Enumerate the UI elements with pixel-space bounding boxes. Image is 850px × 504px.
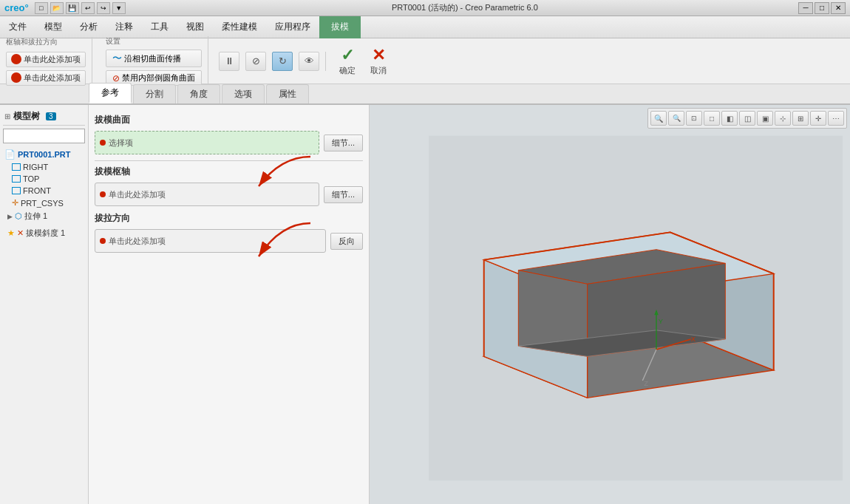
menu-file[interactable]: 文件 bbox=[0, 16, 35, 38]
undo-btn[interactable]: ↩ bbox=[81, 2, 95, 14]
svg-text:Y: Y bbox=[659, 318, 664, 325]
vp-section-btn[interactable]: ◧ bbox=[721, 111, 738, 126]
stop-btn[interactable]: ⊘ bbox=[245, 52, 266, 71]
surface-detail-btn[interactable]: 细节... bbox=[324, 134, 363, 151]
front-plane-icon bbox=[12, 187, 21, 194]
vp-view-btn[interactable]: □ bbox=[704, 111, 720, 126]
root-label: PRT0001.PRT bbox=[18, 150, 71, 159]
expand-icon: ▶ bbox=[7, 213, 13, 220]
vp-zoom-fit-btn[interactable]: ⊡ bbox=[686, 111, 702, 126]
menu-analysis[interactable]: 分析 bbox=[71, 16, 106, 38]
sidebar: ⊞ 模型树 3 📄 PRT0001.PRT RIGHT TOP FRONT ✛ … bbox=[0, 105, 89, 504]
maximize-btn[interactable]: □ bbox=[815, 2, 829, 14]
redo-btn[interactable]: ↪ bbox=[97, 2, 110, 14]
draft-axis-title: 拔模枢轴 bbox=[95, 166, 363, 178]
axis-dot-icon bbox=[100, 191, 106, 197]
vp-zoom-in-btn[interactable]: 🔍 bbox=[650, 111, 667, 126]
confirm-pair: ✓ 确定 bbox=[339, 46, 356, 76]
vp-perspective-btn[interactable]: ⊹ bbox=[775, 111, 791, 126]
reverse-btn[interactable]: 反向 bbox=[330, 233, 363, 250]
main-area: ⊞ 模型树 3 📄 PRT0001.PRT RIGHT TOP FRONT ✛ … bbox=[0, 105, 850, 504]
top-plane-icon bbox=[12, 175, 21, 183]
axis-detail-btn[interactable]: 细节... bbox=[324, 186, 363, 203]
confirm-btn[interactable]: ✓ bbox=[341, 46, 354, 65]
tab-split[interactable]: 分割 bbox=[133, 84, 176, 103]
draft-axis-row: 单击此处添加项 细节... bbox=[95, 183, 363, 206]
menu-flexible-modeling[interactable]: 柔性建模 bbox=[213, 16, 266, 38]
minimize-btn[interactable]: ─ bbox=[798, 2, 813, 14]
model-tree-label: 模型树 bbox=[13, 110, 40, 123]
toolbar-mid-controls: ⏸ ⊘ ↻ 👁 bbox=[213, 52, 326, 71]
add-item-btn-1[interactable]: 单击此处添加项 bbox=[6, 52, 86, 67]
red-dot-icon-2 bbox=[11, 72, 21, 83]
app-logo: creo° bbox=[4, 2, 29, 13]
csys-label: PRT_CSYS bbox=[21, 199, 64, 208]
cancel-btn[interactable]: ✕ bbox=[372, 46, 385, 65]
draft-axis-input[interactable]: 单击此处添加项 bbox=[95, 183, 319, 206]
viewport[interactable]: 🔍 🔍 ⊡ □ ◧ ◫ ▣ ⊹ ⊞ ✛ ⋯ bbox=[370, 105, 850, 504]
preview-btn[interactable]: 👁 bbox=[299, 52, 319, 71]
tab-bar: 参考 分割 角度 选项 属性 bbox=[0, 84, 850, 105]
sidebar-header: ⊞ 模型树 3 bbox=[3, 108, 85, 126]
menu-annotation[interactable]: 注释 bbox=[106, 16, 142, 38]
sidebar-item-draft[interactable]: ★ ✕ 拔模斜度 1 bbox=[3, 226, 85, 240]
tree-root-file[interactable]: 📄 PRT0001.PRT bbox=[3, 148, 85, 161]
vp-shading-btn[interactable]: ▣ bbox=[757, 111, 773, 126]
red-dot-icon-1 bbox=[11, 54, 21, 64]
check-icon: ✓ bbox=[341, 46, 354, 65]
sidebar-filter-input[interactable] bbox=[3, 129, 85, 143]
sidebar-item-top[interactable]: TOP bbox=[3, 173, 85, 185]
menu-view[interactable]: 视图 bbox=[177, 16, 213, 38]
close-btn[interactable]: ✕ bbox=[831, 2, 846, 14]
propagate-label: 沿相切曲面传播 bbox=[124, 53, 181, 64]
tab-reference[interactable]: 参考 bbox=[89, 83, 132, 103]
csys-icon: ✛ bbox=[12, 198, 18, 208]
sidebar-item-right[interactable]: RIGHT bbox=[3, 161, 85, 173]
sidebar-tab-num[interactable]: 3 bbox=[46, 112, 56, 120]
tab-angle[interactable]: 角度 bbox=[177, 84, 220, 103]
propagate-tangent-btn[interactable]: 〜 沿相切曲面传播 bbox=[106, 50, 202, 67]
more-btn[interactable]: ▼ bbox=[112, 2, 126, 14]
refresh-btn[interactable]: ↻ bbox=[272, 52, 293, 71]
add-item-btn-2[interactable]: 单击此处添加项 bbox=[6, 70, 86, 86]
draft-label: 拔模斜度 1 bbox=[26, 228, 65, 239]
menu-tools[interactable]: 工具 bbox=[142, 16, 177, 38]
3d-box-svg: Y X Z bbox=[429, 134, 843, 482]
sidebar-item-csys[interactable]: ✛ PRT_CSYS bbox=[3, 197, 85, 209]
vp-zoom-out-btn[interactable]: 🔍 bbox=[668, 111, 684, 126]
save-btn[interactable]: 💾 bbox=[66, 2, 79, 14]
draft-surface-input[interactable]: 选择项 bbox=[95, 131, 319, 154]
3d-model-view: Y X Z bbox=[429, 134, 843, 482]
vp-grid-btn[interactable]: ⊞ bbox=[792, 111, 809, 126]
toolbar: 枢轴和拔拉方向 单击此处添加项 单击此处添加项 设置 〜 沿相切曲面传播 ⊘ 禁… bbox=[0, 38, 850, 84]
top-label: TOP bbox=[23, 174, 39, 183]
open-btn[interactable]: 📂 bbox=[50, 2, 64, 14]
window-title: PRT0001 (活动的) - Creo Parametric 6.0 bbox=[132, 2, 798, 13]
vp-more-btn[interactable]: ⋯ bbox=[828, 111, 844, 126]
draft-x-icon: ✕ bbox=[17, 228, 24, 238]
svg-text:Z: Z bbox=[644, 380, 648, 387]
right-plane-icon bbox=[12, 163, 21, 171]
pause-btn[interactable]: ⏸ bbox=[219, 52, 239, 71]
vp-display-btn[interactable]: ◫ bbox=[739, 111, 755, 126]
sidebar-item-front[interactable]: FRONT bbox=[3, 185, 85, 197]
new-btn[interactable]: □ bbox=[35, 2, 48, 14]
sidebar-item-extrude[interactable]: ▶ ⬡ 拉伸 1 bbox=[3, 209, 85, 223]
menu-applications[interactable]: 应用程序 bbox=[266, 16, 319, 38]
menu-draft[interactable]: 拔模 bbox=[319, 16, 361, 38]
vp-axes-btn[interactable]: ✛ bbox=[810, 111, 826, 126]
extrude-label: 拉伸 1 bbox=[24, 211, 47, 222]
settings-label: 设置 bbox=[106, 36, 202, 47]
tab-options[interactable]: 选项 bbox=[222, 84, 265, 103]
svg-text:X: X bbox=[691, 336, 696, 343]
confirm-cancel-section: ✓ 确定 ✕ 取消 bbox=[330, 46, 395, 76]
pivot-section-label: 枢轴和拔拉方向 bbox=[6, 37, 86, 47]
tab-properties[interactable]: 属性 bbox=[266, 84, 309, 103]
confirm-label: 确定 bbox=[339, 65, 356, 76]
pull-direction-input[interactable]: 单击此处添加项 bbox=[95, 229, 326, 253]
menu-model[interactable]: 模型 bbox=[35, 16, 71, 38]
no-fillet-icon: ⊘ bbox=[112, 73, 120, 84]
axis-placeholder-text: 单击此处添加项 bbox=[109, 189, 166, 200]
menu-bar: 文件 模型 分析 注释 工具 视图 柔性建模 应用程序 拔模 bbox=[0, 16, 850, 38]
front-label: FRONT bbox=[23, 186, 51, 195]
